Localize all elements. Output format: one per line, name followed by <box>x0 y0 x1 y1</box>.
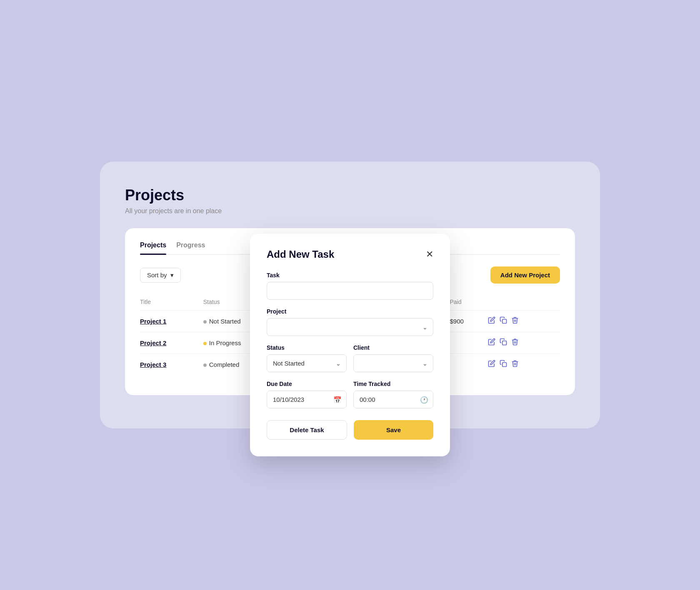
delete-icon[interactable] <box>511 338 519 348</box>
status-client-row: Status Not Started In Progress Completed… <box>267 344 433 381</box>
edit-icon[interactable] <box>488 360 495 369</box>
svg-rect-1 <box>502 341 507 345</box>
add-project-button[interactable]: Add New Project <box>490 266 560 284</box>
tab-projects[interactable]: Projects <box>140 241 166 254</box>
row-paid <box>450 354 488 376</box>
inner-card: Projects Progress Sort by ▾ Add New Proj… <box>125 228 575 395</box>
sort-label: Sort by <box>147 271 167 279</box>
col-header-paid: Paid <box>450 295 488 311</box>
project-select[interactable]: Project 1 Project 2 Project 3 <box>267 318 433 336</box>
row-title[interactable]: Project 3 <box>140 354 203 376</box>
status-label: Status <box>267 344 347 351</box>
time-tracked-input[interactable] <box>353 391 433 408</box>
edit-icon[interactable] <box>488 338 495 348</box>
svg-rect-0 <box>502 319 507 324</box>
delete-icon[interactable] <box>511 360 519 369</box>
add-task-modal: Add New Task ✕ Task Project Project 1 <box>250 234 450 456</box>
task-input[interactable] <box>267 282 433 300</box>
edit-icon[interactable] <box>488 316 495 326</box>
sort-chevron-icon: ▾ <box>170 271 174 279</box>
time-tracked-label: Time Tracked <box>353 381 433 387</box>
delete-icon[interactable] <box>511 316 519 326</box>
modal-close-button[interactable]: ✕ <box>426 249 433 260</box>
row-title[interactable]: Project 2 <box>140 332 203 354</box>
client-field-group: Client Apple ⌄ <box>353 344 433 372</box>
task-field-group: Task <box>267 272 433 300</box>
time-tracked-input-wrapper: 🕐 <box>353 391 433 408</box>
due-date-field-group: Due Date 📅 <box>267 381 347 408</box>
status-field-group: Status Not Started In Progress Completed… <box>267 344 347 372</box>
tab-progress[interactable]: Progress <box>176 241 205 254</box>
status-select[interactable]: Not Started In Progress Completed <box>267 354 347 372</box>
copy-icon[interactable] <box>500 316 507 326</box>
modal-actions: Delete Task Save <box>267 420 433 440</box>
client-select-wrapper: Apple ⌄ <box>353 354 433 372</box>
row-title[interactable]: Project 1 <box>140 311 203 332</box>
row-actions <box>488 354 560 376</box>
client-select[interactable]: Apple <box>353 354 433 372</box>
project-select-wrapper: Project 1 Project 2 Project 3 ⌄ <box>267 318 433 336</box>
page-title: Projects <box>125 187 575 204</box>
save-button[interactable]: Save <box>354 420 433 440</box>
row-actions <box>488 332 560 354</box>
project-label: Project <box>267 308 433 315</box>
page-subtitle: All your projects are in one place <box>125 207 575 215</box>
project-field-group: Project Project 1 Project 2 Project 3 ⌄ <box>267 308 433 336</box>
svg-rect-2 <box>502 363 507 367</box>
sort-button[interactable]: Sort by ▾ <box>140 268 181 283</box>
row-paid <box>450 332 488 354</box>
copy-icon[interactable] <box>500 338 507 348</box>
time-tracked-field-group: Time Tracked 🕐 <box>353 381 433 408</box>
due-date-input-wrapper: 📅 <box>267 391 347 408</box>
client-label: Client <box>353 344 433 351</box>
due-time-row: Due Date 📅 Time Tracked 🕐 <box>267 381 433 417</box>
task-label: Task <box>267 272 433 279</box>
col-header-actions <box>488 295 560 311</box>
modal-header: Add New Task ✕ <box>267 249 433 260</box>
copy-icon[interactable] <box>500 360 507 369</box>
row-actions <box>488 311 560 332</box>
modal-title: Add New Task <box>267 249 334 260</box>
due-date-label: Due Date <box>267 381 347 387</box>
delete-task-button[interactable]: Delete Task <box>267 420 347 440</box>
row-paid: $900 <box>450 311 488 332</box>
due-date-input[interactable] <box>267 391 347 408</box>
status-select-wrapper: Not Started In Progress Completed ⌄ <box>267 354 347 372</box>
col-header-title: Title <box>140 295 203 311</box>
outer-card: Projects All your projects are in one pl… <box>100 162 600 428</box>
